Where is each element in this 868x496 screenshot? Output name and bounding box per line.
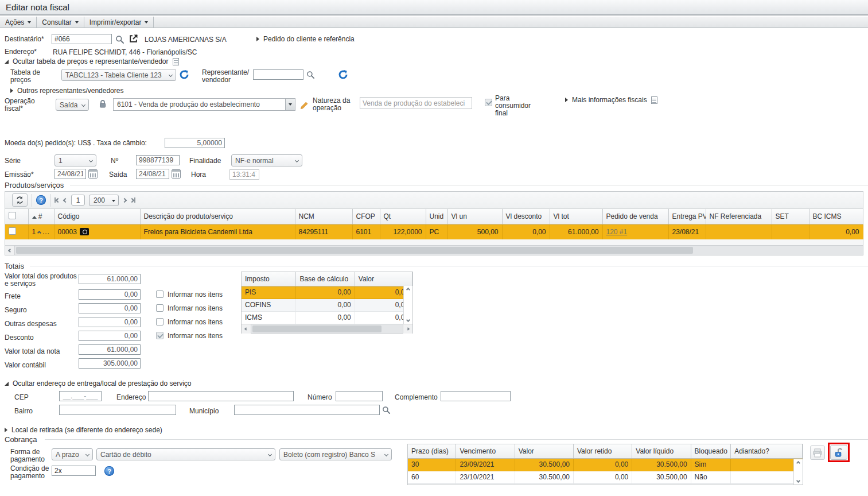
discount-input[interactable] — [79, 331, 141, 341]
col-pedido-venda[interactable]: Pedido de venda — [602, 209, 668, 224]
col-unid[interactable]: Unid — [426, 209, 447, 224]
col-ncm[interactable]: NCM — [295, 209, 352, 224]
print-installments-button[interactable] — [810, 445, 825, 460]
help-icon[interactable] — [36, 195, 46, 205]
total-products-input[interactable] — [79, 274, 141, 284]
out-date-input[interactable] — [136, 169, 169, 179]
scrollbar-thumb[interactable] — [252, 326, 382, 332]
final-consumer-checkbox[interactable] — [485, 99, 492, 106]
number-input[interactable] — [136, 155, 180, 165]
tax-row[interactable]: ICMS 0,00 0,00 — [242, 311, 412, 324]
edit-pencil-icon[interactable] — [300, 101, 309, 110]
issue-date-input[interactable] — [55, 169, 86, 179]
city-input[interactable] — [234, 405, 380, 415]
col-bloqueado[interactable]: Bloqueado — [691, 444, 731, 458]
other-expenses-per-item-checkbox[interactable] — [156, 318, 164, 326]
col-valor[interactable]: Valor — [515, 444, 573, 458]
calendar-icon[interactable] — [172, 169, 181, 179]
invoice-total-input[interactable] — [79, 344, 141, 355]
discount-per-item-checkbox[interactable] — [156, 332, 164, 339]
freight-per-item-checkbox[interactable] — [156, 290, 164, 298]
insurance-per-item-checkbox[interactable] — [156, 304, 164, 312]
boleto-bank-select[interactable]: Boleto (com registro) Banco S — [279, 448, 392, 460]
other-expenses-input[interactable] — [79, 317, 141, 327]
note-icon[interactable] — [173, 58, 179, 65]
price-table-section-toggle[interactable]: Ocultar tabela de preços e representante… — [5, 57, 179, 65]
book-value-input[interactable] — [79, 358, 141, 369]
collapse-row-icon[interactable] — [37, 231, 41, 235]
tax-row[interactable]: PIS 0,00 0,00 — [242, 286, 412, 299]
col-qt[interactable]: Qt — [380, 209, 426, 224]
scroll-up-icon[interactable] — [406, 288, 410, 292]
scroll-down-icon[interactable] — [796, 479, 800, 483]
serie-select[interactable]: 1 — [55, 154, 96, 166]
page-number-input[interactable] — [71, 195, 85, 206]
time-input[interactable] — [229, 169, 259, 180]
pickup-location-toggle[interactable]: Local de retirada (se diferente do ender… — [5, 426, 162, 434]
unlock-installments-button[interactable] — [830, 445, 847, 460]
cep-input[interactable] — [59, 391, 102, 401]
menu-imprimir-exportar[interactable]: Imprimir/exportar — [84, 17, 154, 28]
col-num[interactable]: # — [28, 209, 54, 224]
scroll-left-button[interactable] — [242, 324, 251, 334]
next-page-button[interactable] — [123, 199, 126, 202]
col-descricao[interactable]: Descrição do produto/serviço — [140, 209, 295, 224]
page-size-select[interactable]: 200 — [89, 195, 119, 206]
installment-row[interactable]: 60 23/10/2021 30.500,00 0,00 30.500,00 N… — [408, 471, 803, 483]
exchange-rate-input[interactable] — [165, 138, 225, 148]
prev-page-button[interactable] — [64, 199, 67, 202]
first-page-button[interactable] — [55, 197, 60, 203]
col-set[interactable]: SET — [772, 209, 809, 224]
col-vl-tot[interactable]: Vl tot — [550, 209, 602, 224]
search-icon[interactable] — [306, 71, 315, 79]
col-imposto[interactable]: Imposto — [242, 272, 296, 286]
more-icon[interactable]: ... — [42, 228, 50, 236]
refresh-icon[interactable] — [179, 69, 189, 80]
tax-row[interactable]: COFINS 0,00 0,00 — [242, 299, 412, 311]
refresh-icon[interactable] — [338, 69, 348, 80]
camera-icon[interactable] — [80, 228, 89, 235]
chevron-down-icon[interactable] — [285, 99, 295, 110]
col-vencimento[interactable]: Vencimento — [456, 444, 515, 458]
col-valor[interactable]: Valor — [355, 272, 412, 286]
payment-condition-input[interactable] — [52, 466, 96, 476]
sales-order-link[interactable]: 120 #1 — [606, 228, 628, 236]
scroll-down-icon[interactable] — [406, 318, 410, 322]
help-icon[interactable] — [104, 466, 114, 476]
freight-input[interactable] — [79, 289, 141, 300]
row-checkbox[interactable] — [9, 227, 16, 235]
col-valor-liquido[interactable]: Valor líquido — [632, 444, 691, 458]
payment-type-select[interactable]: Cartão de débito — [96, 448, 275, 460]
col-vl-un[interactable]: Vl un — [447, 209, 502, 224]
select-all-checkbox[interactable] — [9, 212, 16, 219]
recipient-code-input[interactable] — [52, 34, 112, 44]
order-reference-toggle[interactable]: Pedido do cliente e referência — [256, 35, 355, 43]
col-bc-icms[interactable]: BC ICMS — [809, 209, 863, 224]
insurance-input[interactable] — [79, 303, 141, 313]
more-fiscal-info-toggle[interactable]: Mais informações fiscais — [565, 96, 657, 104]
col-vl-desconto[interactable]: Vl desconto — [502, 209, 550, 224]
col-codigo[interactable]: Código — [54, 209, 140, 224]
col-entrega-pv[interactable]: Entrega PV — [668, 209, 706, 224]
payment-term-select[interactable]: A prazo — [52, 448, 93, 460]
col-adiantado[interactable]: Adiantado? — [731, 444, 803, 458]
operation-nature-input[interactable] — [360, 97, 472, 109]
delivery-address-input[interactable] — [148, 391, 294, 401]
open-external-icon[interactable] — [129, 34, 138, 44]
delivery-address-toggle[interactable]: Ocultar endereço de entrega/local de pre… — [5, 379, 192, 388]
delivery-number-input[interactable] — [336, 391, 383, 401]
col-valor-retido[interactable]: Valor retido — [573, 444, 632, 458]
search-icon[interactable] — [115, 35, 124, 44]
price-table-select[interactable]: TABCL123 - Tabela Cliente 123 — [61, 69, 176, 81]
last-page-button[interactable] — [130, 197, 135, 203]
col-nf-referenciada[interactable]: NF Referenciada — [706, 209, 772, 224]
products-hscrollbar[interactable] — [5, 245, 863, 255]
purpose-select[interactable]: NF-e normal — [231, 154, 302, 166]
search-icon[interactable] — [382, 406, 391, 414]
product-row[interactable]: 1 ... 00003 Freios para Bicicleta Candem… — [5, 224, 863, 239]
installments-vscrollbar[interactable] — [793, 459, 803, 485]
menu-acoes[interactable]: Ações — [0, 17, 37, 28]
operation-direction-select[interactable]: Saída — [56, 99, 89, 111]
complement-input[interactable] — [441, 391, 511, 401]
col-base-calculo[interactable]: Base de cálculo — [296, 272, 355, 286]
